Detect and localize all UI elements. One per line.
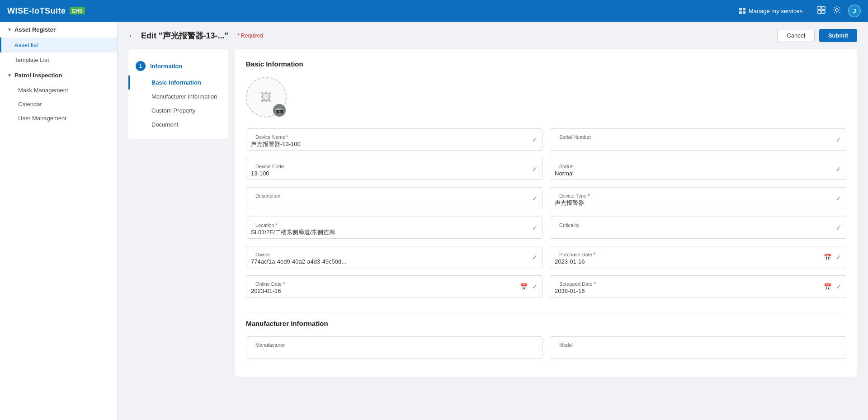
check-icon-purchase: ✓ <box>836 254 841 261</box>
check-icon-status: ✓ <box>836 165 841 173</box>
check-icon-desc: ✓ <box>532 195 538 202</box>
model-label: Model <box>555 340 841 349</box>
criticality-input[interactable] <box>555 229 833 236</box>
device-code-input[interactable] <box>251 170 529 177</box>
scrapped-date-field: Scrapped Date * 📅 ✓ <box>550 275 846 297</box>
form-panel: Basic Information 🖼 📷 Device Na <box>235 49 857 377</box>
nav-divider <box>810 6 810 15</box>
sidebar: ▼ Asset Register Asset list Template Lis… <box>0 22 118 420</box>
device-name-field: Device Name * ✓ <box>246 128 542 151</box>
manage-services-button[interactable]: Manage my services <box>739 7 802 14</box>
basic-info-title: Basic Information <box>246 60 846 68</box>
top-nav-right: Manage my services J <box>739 5 861 17</box>
form-row-6: Online Date * 📅 ✓ <box>246 275 846 297</box>
description-field: Description ✓ <box>246 187 542 209</box>
manufacturer-field: Manufacturer <box>246 336 542 359</box>
status-input[interactable] <box>555 170 833 177</box>
patrol-inspection-label: Patrol Inspection <box>14 72 62 79</box>
scrapped-date-label: Scrapped Date * <box>555 278 824 288</box>
back-button[interactable]: ← <box>128 32 136 40</box>
section-divider <box>246 308 846 312</box>
step-information[interactable]: 1 Information <box>128 57 228 76</box>
criticality-label: Criticality <box>555 220 833 229</box>
steps-navigation: 1 Information Basic Information Manufact… <box>128 49 228 139</box>
user-avatar[interactable]: J <box>848 5 861 17</box>
content-area: 1 Information Basic Information Manufact… <box>118 49 868 387</box>
serial-number-label: Serial Number <box>555 132 833 141</box>
scrapped-date-input-wrapper: Scrapped Date * 📅 ✓ <box>550 275 846 297</box>
check-icon-loc: ✓ <box>532 224 538 231</box>
calendar-icon-online[interactable]: 📅 <box>520 283 528 290</box>
check-icon-serial: ✓ <box>836 136 841 143</box>
scrapped-date-input[interactable] <box>555 288 824 294</box>
device-code-input-wrapper: Device Code ✓ <box>246 158 542 180</box>
owner-field: Owner ✓ <box>246 246 542 268</box>
main-content: ← Edit "声光报警器-13-..." * Required Cancel … <box>118 22 868 420</box>
image-placeholder-icon: 🖼 <box>261 91 272 104</box>
check-icon: ✓ <box>532 136 538 143</box>
device-name-input[interactable] <box>251 141 529 147</box>
camera-icon[interactable]: 📷 <box>273 104 286 117</box>
owner-input-wrapper: Owner ✓ <box>246 246 542 268</box>
model-input[interactable] <box>555 349 841 355</box>
submit-button[interactable]: Submit <box>819 29 857 42</box>
asset-register-header[interactable]: ▼ Asset Register <box>0 22 117 38</box>
grid-icon <box>739 7 746 14</box>
sidebar-item-user-management[interactable]: User Management <box>0 111 117 125</box>
page-title: Edit "声光报警器-13-..." <box>141 30 228 41</box>
serial-number-input-wrapper: Serial Number ✓ <box>550 128 846 151</box>
calendar-icon-scrapped[interactable]: 📅 <box>824 283 831 290</box>
app-brand: WISE-IoTSuite <box>7 6 66 16</box>
step-number: 1 <box>136 61 146 71</box>
calendar-icon-purchase[interactable]: 📅 <box>824 254 831 261</box>
required-indicator: * Required <box>237 33 263 39</box>
sidebar-item-calendar[interactable]: Calendar <box>0 97 117 111</box>
manufacturer-input[interactable] <box>251 349 538 355</box>
purchase-date-field: Purchase Date * 📅 ✓ <box>550 246 846 268</box>
description-label: Description <box>251 190 529 199</box>
manufacturer-info-title: Manufacturer Information <box>246 320 846 327</box>
avatar-image[interactable]: 🖼 📷 <box>246 77 287 118</box>
form-row-2: Device Code ✓ Status ✓ <box>246 158 846 180</box>
sidebar-item-mask-management[interactable]: Mask Management <box>0 83 117 97</box>
sidebar-item-asset-list[interactable]: Asset list <box>0 38 117 52</box>
manage-services-label: Manage my services <box>749 8 802 14</box>
patrol-inspection-header[interactable]: ▼ Patrol Inspection <box>0 67 117 83</box>
serial-number-input[interactable] <box>555 141 833 147</box>
svg-rect-6 <box>818 10 821 14</box>
form-row-4: Location * ✓ Criticality <box>246 217 846 239</box>
settings-icon[interactable] <box>833 6 841 16</box>
description-input-wrapper: Description ✓ <box>246 187 542 209</box>
step-document[interactable]: Document <box>128 118 228 132</box>
online-date-input[interactable] <box>251 288 520 294</box>
online-date-label: Online Date * <box>251 278 520 288</box>
step-basic-information[interactable]: Basic Information <box>128 76 228 90</box>
check-icon-scrapped: ✓ <box>836 283 841 290</box>
owner-input[interactable] <box>251 258 529 265</box>
device-type-label: Device Type * <box>555 190 833 199</box>
status-field: Status ✓ <box>550 158 846 180</box>
check-icon-owner: ✓ <box>532 254 538 261</box>
sidebar-item-template-list[interactable]: Template List <box>0 52 117 67</box>
criticality-input-wrapper: Criticality ✓ <box>550 217 846 239</box>
online-date-field: Online Date * 📅 ✓ <box>246 275 542 297</box>
app-layout: ▼ Asset Register Asset list Template Lis… <box>0 22 868 420</box>
manufacturer-input-wrapper: Manufacturer <box>246 336 542 359</box>
serial-number-field: Serial Number ✓ <box>550 128 846 151</box>
device-type-input[interactable] <box>555 199 833 206</box>
location-field: Location * ✓ <box>246 217 542 239</box>
cancel-button[interactable]: Cancel <box>777 29 814 42</box>
purchase-date-input[interactable] <box>555 258 824 265</box>
step-manufacturer-information[interactable]: Manufacturer Information <box>128 90 228 104</box>
location-label: Location * <box>251 220 529 229</box>
description-input[interactable] <box>251 199 529 206</box>
svg-rect-4 <box>818 6 821 9</box>
location-input[interactable] <box>251 229 529 236</box>
criticality-field: Criticality ✓ <box>550 217 846 239</box>
device-type-input-wrapper: Device Type * ✓ <box>550 187 846 209</box>
dashboard-icon[interactable] <box>817 6 826 16</box>
step-custom-property[interactable]: Custom Property <box>128 104 228 118</box>
svg-rect-3 <box>743 11 745 14</box>
purchase-date-input-wrapper: Purchase Date * 📅 ✓ <box>550 246 846 268</box>
check-icon-crit: ✓ <box>836 224 841 231</box>
